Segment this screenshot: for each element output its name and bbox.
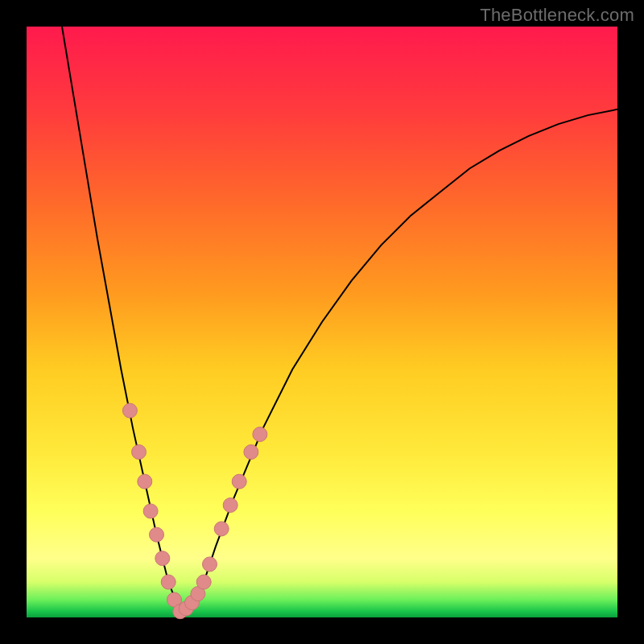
bottleneck-curve xyxy=(62,27,617,612)
curve-marker xyxy=(232,474,246,489)
curve-marker xyxy=(214,522,229,536)
watermark-text: TheBottleneck.com xyxy=(480,5,634,26)
curve-marker xyxy=(203,557,217,572)
chart-frame: TheBottleneck.com xyxy=(0,0,644,644)
curve-marker xyxy=(196,575,211,589)
curve-marker xyxy=(253,427,267,442)
curve-marker xyxy=(223,498,237,513)
curve-svg xyxy=(27,27,617,617)
marker-group xyxy=(122,403,267,619)
curve-marker xyxy=(132,445,147,460)
plot-area xyxy=(27,27,617,617)
curve-marker xyxy=(161,575,175,589)
curve-marker xyxy=(150,527,164,542)
curve-marker xyxy=(155,551,170,566)
curve-marker xyxy=(244,445,258,460)
curve-marker xyxy=(143,504,158,518)
curve-marker xyxy=(122,403,137,418)
curve-marker xyxy=(138,474,152,489)
